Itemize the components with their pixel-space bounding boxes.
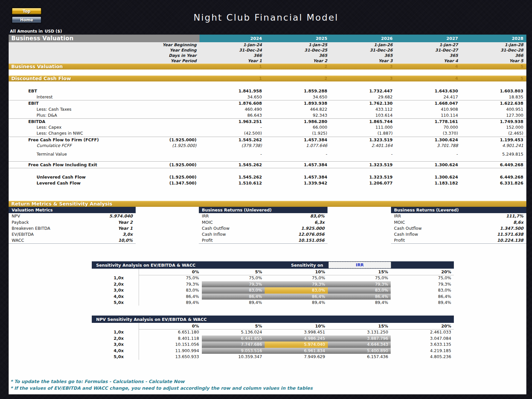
sensitivity-cell: 86,4% <box>391 294 454 300</box>
metric-label: IRR <box>199 213 209 219</box>
dcf-initial-cell <box>134 151 200 157</box>
metric-row: Cash Inflow11.571.638 <box>391 231 526 237</box>
dcf-value-cell: 103.614 <box>330 112 396 118</box>
metric-value: 12.076.056 <box>298 231 328 237</box>
spacer <box>328 207 391 244</box>
spacer <box>92 269 139 275</box>
metric-value: 10.224.138 <box>497 237 526 243</box>
sensitivity-cell: 75,0% <box>202 275 265 281</box>
spacer <box>136 207 199 244</box>
metric-panel: Business Returns (Levered)IRR111,7%MOIC8… <box>391 207 526 244</box>
metric-value: 11.571.638 <box>497 231 526 237</box>
dcf-value-cell: 66.000 <box>265 124 331 130</box>
metric-value: 8,6x <box>513 219 526 225</box>
dcf-value-cell: 1.300.624 <box>396 162 461 168</box>
dcf-row-label: Terminal Value <box>9 151 134 157</box>
dcf-initial-cell: (1.925.000) <box>134 162 200 168</box>
dcf-value-cell: 1.545.262 <box>200 137 265 143</box>
watermark-number: 1 <box>200 75 265 81</box>
dcf-row-label: Unlevered Cash Flow <box>9 174 134 180</box>
dcf-value-cell: 1.457.384 <box>265 137 331 143</box>
sensitivity-row: 1,0x75,0%75,0%75,0%75,0%75,0% <box>92 275 454 281</box>
dcf-value-cell: 410.908 <box>396 106 461 112</box>
sensitivity-cell: 4.805.236 <box>391 354 454 360</box>
spacer <box>92 323 139 329</box>
sensitivity-cell: 86,4% <box>328 294 391 300</box>
metric-value: 83,0% <box>310 213 328 219</box>
year-header-cell: 2028 <box>461 35 526 42</box>
sensitivity-cell: 6.961.834 <box>265 348 328 354</box>
table-horizontal-rule <box>139 329 454 330</box>
sensitivity-cell: 89,4% <box>202 300 265 306</box>
dcf-value-cell: 1.986.280 <box>265 119 331 124</box>
watermark-number: 5 <box>461 75 526 81</box>
year-info-cell: 1-Jan-26 <box>330 42 396 48</box>
sensitivity-cell: 89,4% <box>139 300 202 306</box>
sensitivity-cell: 83,0% <box>139 287 202 293</box>
sensitivity-cell: 79,3% <box>265 281 328 287</box>
dcf-value-cell: 1.893.938 <box>265 100 331 106</box>
metric-label: NPV <box>9 213 20 219</box>
metric-value: 111,7% <box>506 213 526 219</box>
sensitivity-header-bar: NPV Sensitivity Analysis on EV/EBITDA & … <box>92 316 454 323</box>
year-info-row: Year PeriodYear 1Year 2Year 3Year 4Year … <box>9 58 526 64</box>
worksheet: Business Valuation 20242025202620272028 … <box>9 35 526 394</box>
dcf-row: Less: Changes in NWC(42.500)(1.925)(1.88… <box>9 130 526 136</box>
year-info-cell: 31-Dec-27 <box>396 48 461 53</box>
dcf-row: Interest34.65034.65029.68224.41718.835 <box>9 94 526 100</box>
row-header: 2,0x <box>92 281 139 287</box>
dcf-initial-cell: (1.925.000) <box>134 143 200 149</box>
sensitivity-cell: 86,4% <box>202 294 265 300</box>
sensitivity-cell: 83,0% <box>328 287 391 293</box>
metric-value: 10,0% <box>118 237 136 243</box>
dcf-row: Cumulatice FCFF(1.925.000)(379.738)1.077… <box>9 143 526 149</box>
sensitivity-cell: 75,0% <box>328 275 391 281</box>
year-info-cell: 1-Jan-28 <box>461 42 526 48</box>
year-info-cell: Year 5 <box>461 58 526 64</box>
dcf-value-cell: 6.331.826 <box>461 180 526 186</box>
dcf-initial-cell <box>134 119 200 124</box>
dcf-value-cell: 86.643 <box>200 112 265 118</box>
watermark-number: 1 <box>200 64 265 69</box>
dcf-value-cell: 1.510.612 <box>200 180 265 186</box>
metric-value: 1.347.500 <box>500 225 526 231</box>
dcf-value-cell: - <box>200 124 265 130</box>
sensitivity-cell: 2.461.033 <box>391 329 454 335</box>
dcf-value-cell: 1.603.803 <box>461 88 526 94</box>
sensitivity-cell: 7.747.686 <box>202 341 265 347</box>
sensitivity-cell: 86,4% <box>265 294 328 300</box>
dcf-value-cell: 1.778.161 <box>396 119 461 124</box>
column-header: 0% <box>139 323 202 329</box>
sensitivity-cell: 83,0% <box>202 287 265 293</box>
dcf-initial-cell: (1.925.000) <box>134 174 200 180</box>
metric-panel-title: Valuation Metrics <box>9 207 136 213</box>
metric-row: PaybackYear 2 <box>9 219 136 225</box>
dcf-row-label: Interest <box>9 94 134 100</box>
sensitivity-cell: 3.131.250 <box>328 329 391 335</box>
sensitivity-grid: 0%5%10%15%20%1,0x6.651.1805.136.0243.998… <box>92 323 454 360</box>
sensitivity-cell: 83,0% <box>265 287 328 293</box>
sensitivity-column-headers: 0%5%10%15%20% <box>92 323 454 329</box>
metric-panel-title: Business Returns (Unlevered) <box>199 207 328 213</box>
sensitivity-cell: 75,0% <box>139 275 202 281</box>
metric-panel: Business Returns (Unlevered)IRR83,0%MOIC… <box>199 207 328 244</box>
year-info-row: Days in Year366365365365366 <box>9 53 526 58</box>
metric-row: Profit10.151.056 <box>199 237 328 243</box>
year-info-cell: 31-Dec-25 <box>265 48 331 53</box>
dcf-row: EBIT1.876.6081.893.9381.762.1301.668.047… <box>9 100 526 106</box>
metric-label: EV/EBITDA <box>9 231 34 237</box>
business-valuation-bar: Business Valuation 12345 <box>9 64 526 69</box>
sensitivity-row: 2,0x8.401.1186.441.8554.986.2453.887.796… <box>92 335 454 341</box>
dcf-row-label: Less: Cash Taxes <box>9 106 134 112</box>
dcf-value-cell: 6.449.268 <box>461 174 526 180</box>
sensitivity-cell: 3.998.451 <box>265 329 328 335</box>
sensitivity-cell: 13.650.933 <box>139 354 202 360</box>
sensitivity-row: 2,0x79,3%79,3%79,3%79,3%79,3% <box>92 281 454 287</box>
metric-value: Year 1 <box>118 225 136 231</box>
sensitivity-metric-dropdown[interactable]: IRR <box>329 262 391 268</box>
dcf-value-cell: 1.732.447 <box>330 88 396 94</box>
column-header: 10% <box>265 323 328 329</box>
sensitivity-cell: 6.157.436 <box>328 354 391 360</box>
year-info-cell: 366 <box>200 53 265 58</box>
dcf-value-cell: 152.000 <box>461 124 526 130</box>
